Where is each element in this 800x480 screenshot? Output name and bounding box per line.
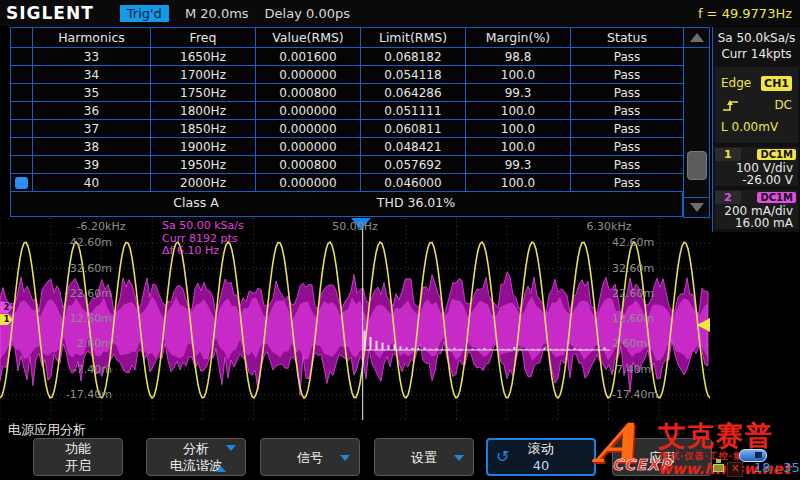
scroll-down-button[interactable] (684, 197, 709, 217)
marker-column-header (11, 28, 33, 48)
cell-value: 0.000800 (256, 84, 361, 102)
softkey-label: 设置 (411, 449, 437, 466)
cell-status: Pass (571, 66, 684, 84)
table-scrollbar[interactable] (683, 27, 710, 218)
cell-margin: 98.8 (466, 48, 571, 66)
right-status-panel: Sa 50.0kSa/s Curr 14kpts Edge CH1 DC L 0… (712, 27, 800, 232)
delay-readout: Delay 0.00ps (265, 6, 350, 21)
channel1-info-box[interactable]: 1 DC1M 100 V/div -26.00 V (715, 147, 798, 186)
table-row[interactable]: 341700Hz0.0000000.054118100.0Pass (11, 66, 684, 84)
cell-status: Pass (571, 156, 684, 174)
row-select-marker (11, 66, 33, 84)
cell-status: Pass (571, 48, 684, 66)
cell-margin: 100.0 (466, 174, 571, 192)
cell-margin: 100.0 (466, 66, 571, 84)
watermark-brand: 艾克赛普 (658, 422, 774, 449)
table-summary-row: Class A THD 36.01% (10, 191, 683, 217)
cell-value: 0.000000 (256, 66, 361, 84)
table-row[interactable]: 361800Hz0.0000000.051111100.0Pass (11, 102, 684, 120)
row-select-marker (11, 48, 33, 66)
cell-value: 0.000000 (256, 174, 361, 192)
softkey-signal-button[interactable]: 信号 (260, 438, 360, 476)
rising-edge-icon (721, 98, 741, 113)
frequency-counter-readout: f = 49.9773Hz (698, 6, 792, 21)
harmonics-table: Harmonics Freq Value(RMS) Limit(RMS) Mar… (10, 27, 710, 218)
fft-info-overlay: Sa 50.00 kSa/s Curr 8192 pts Δf 6.10 Hz (162, 220, 244, 258)
col-header-value: Value(RMS) (256, 28, 361, 48)
amplitude-axis-label: 42.60m (612, 236, 654, 249)
col-header-status: Status (571, 28, 684, 48)
col-header-limit: Limit(RMS) (361, 28, 466, 48)
softkey-label: 信号 (297, 449, 323, 466)
table-row[interactable]: 391950Hz0.0008000.05769299.3Pass (11, 156, 684, 174)
table-row[interactable]: 371850Hz0.0000000.060811100.0Pass (11, 120, 684, 138)
amplitude-axis-label: 22.60m (52, 287, 112, 300)
scrollbar-thumb[interactable] (687, 151, 707, 180)
cell-margin: 99.3 (466, 84, 571, 102)
softkey-settings-button[interactable]: 设置 (374, 438, 474, 476)
scrollbar-track[interactable] (684, 48, 709, 197)
cell-harmonic: 40 (33, 174, 151, 192)
selected-row-indicator (15, 177, 28, 189)
trigger-coupling-label: DC (774, 98, 792, 112)
cell-status: Pass (571, 102, 684, 120)
row-select-marker (11, 84, 33, 102)
channel1-coupling-badge: DC1M (757, 149, 796, 160)
softkey-label: 滚动 (528, 440, 554, 457)
cell-harmonic: 33 (33, 48, 151, 66)
cell-freq: 1850Hz (151, 120, 256, 138)
cell-harmonic: 38 (33, 138, 151, 156)
softkey-analysis-button[interactable]: 分析 电流谐波 (146, 438, 246, 476)
col-header-harmonics: Harmonics (33, 28, 151, 48)
table-row[interactable]: 351750Hz0.0008000.06428699.3Pass (11, 84, 684, 102)
cell-freq: 1800Hz (151, 102, 256, 120)
cell-value: 0.000000 (256, 102, 361, 120)
cell-status: Pass (571, 138, 684, 156)
triangle-up-icon (690, 33, 704, 42)
table-row[interactable]: 402000Hz0.0000000.046000100.0Pass (11, 174, 684, 192)
device-icon (713, 459, 724, 473)
trigger-info-box: Edge CH1 DC L 0.00mV (715, 67, 798, 143)
amplitude-axis-label: -17.40m (52, 388, 112, 401)
channel1-number-tab: 1 (715, 148, 741, 161)
status-icon-tray: ✕ 18 : 35 (710, 446, 800, 480)
scroll-up-button[interactable] (684, 28, 709, 48)
trigger-status-badge: Trig'd (120, 5, 169, 22)
harmonics-grid: Harmonics Freq Value(RMS) Limit(RMS) Mar… (10, 27, 684, 192)
freq-axis-label: -6.20kHz (77, 220, 126, 233)
table-row[interactable]: 381900Hz0.0000000.048421100.0Pass (11, 138, 684, 156)
softkey-label: 功能 (65, 440, 91, 457)
trigger-level-readout: L 0.00mV (721, 120, 778, 134)
cell-freq: 1650Hz (151, 48, 256, 66)
softkey-value: 40 (533, 457, 550, 474)
cell-limit: 0.051111 (361, 102, 466, 120)
amplitude-axis-label: 12.60m (52, 312, 112, 325)
amplitude-axis-label: 22.60m (612, 287, 654, 300)
cell-value: 0.000000 (256, 138, 361, 156)
cell-limit: 0.054118 (361, 66, 466, 84)
cell-freq: 2000Hz (151, 174, 256, 192)
cell-status: Pass (571, 174, 684, 192)
softkey-function-button[interactable]: 功能 开启 (33, 438, 123, 476)
clock-readout: 18 : 35 (754, 460, 800, 475)
amplitude-axis-label: 2.60m (52, 337, 112, 350)
channel2-coupling-badge: DC1M (757, 192, 796, 203)
amplitude-axis-label: 12.60m (612, 312, 654, 325)
cell-margin: 99.3 (466, 156, 571, 174)
sample-rate-readout: Sa 50.0kSa/s (713, 30, 800, 46)
softkey-scroll-button[interactable]: ↺ 滚动 40 (486, 438, 596, 476)
amplitude-axis-label: 42.60m (52, 236, 112, 249)
rotate-ccw-icon: ↺ (496, 449, 509, 465)
table-row[interactable]: 331650Hz0.0016000.06818298.8Pass (11, 48, 684, 66)
cell-freq: 1700Hz (151, 66, 256, 84)
dropdown-icon (340, 455, 350, 461)
cell-status: Pass (571, 84, 684, 102)
row-select-marker (11, 174, 33, 192)
cell-harmonic: 39 (33, 156, 151, 174)
cell-margin: 100.0 (466, 138, 571, 156)
acquisition-info: Sa 50.0kSa/s Curr 14kpts (713, 27, 800, 62)
cell-limit: 0.064286 (361, 84, 466, 102)
channel2-info-box[interactable]: 2 DC1M 200 mA/div 16.00 mA (715, 190, 798, 229)
cell-value: 0.001600 (256, 48, 361, 66)
timebase-readout: M 20.0ms (185, 6, 249, 21)
